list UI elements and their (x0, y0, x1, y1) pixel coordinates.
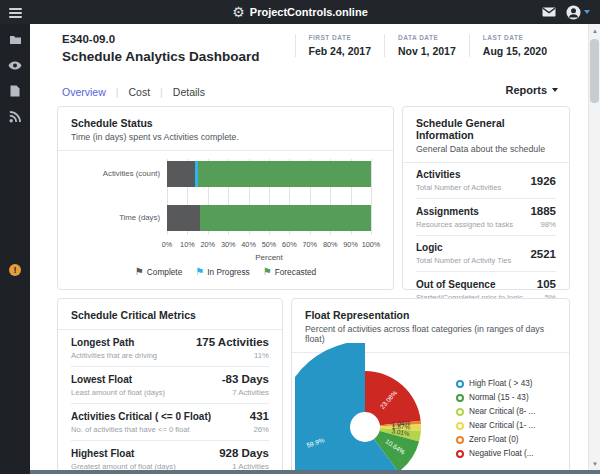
x-tick: 30% (221, 240, 236, 249)
metric-value: -83 Days (222, 373, 269, 385)
menu-icon[interactable] (9, 6, 22, 20)
metric-subvalue: 7 Activities (222, 388, 269, 397)
x-tick: 50% (262, 240, 277, 249)
metric-subvalue: 11% (196, 351, 269, 360)
last-date-label: LAST DATE (483, 34, 547, 41)
scroll-up-button[interactable]: ▲ (589, 24, 600, 37)
metric-value: 2521 (530, 248, 556, 260)
page-title: Schedule Analytics Dashboard (62, 49, 260, 64)
panel-subtitle: General Data about the schedule (416, 144, 556, 154)
metric-value: 1885 (530, 205, 556, 217)
caret-down-icon (552, 88, 558, 92)
float-legend-label: Zero Float (0) (469, 435, 519, 444)
float-legend-item[interactable]: Negative Float (... (456, 449, 535, 458)
info-row-assignments: AssignmentsResources assigned to tasks 1… (416, 199, 556, 236)
sidebar-item-folder[interactable] (0, 26, 30, 52)
flag-icon: ⚑ (195, 267, 204, 277)
metric-name: Out of Sequence (416, 279, 523, 290)
brand-name: ProjectControls.online (250, 6, 368, 18)
mail-icon[interactable] (542, 7, 556, 17)
float-representation-panel: Float Representation Percent of activiti… (291, 298, 570, 470)
stacked-bar (167, 205, 371, 231)
legend-label: In Progress (207, 267, 249, 277)
metric-row-activities-critical: Activities Critical ( <= 0 Float)No. of … (71, 404, 269, 441)
float-legend-label: Near Critical (1- ... (469, 421, 535, 430)
date-summary: FIRST DATE Feb 24, 2017 DATA DATE Nov 1,… (295, 34, 560, 57)
folder-icon (9, 34, 22, 45)
first-date: FIRST DATE Feb 24, 2017 (295, 34, 384, 57)
metric-name: Highest Float (71, 448, 176, 459)
float-legend-item[interactable]: Normal (15 - 43) (456, 393, 535, 402)
scrollbar: ▲ ▼ (588, 24, 600, 470)
sidebar-item-view[interactable] (0, 52, 30, 78)
bar-segment-forecasted (198, 161, 371, 187)
float-legend-item[interactable]: High Float ( > 43) (456, 379, 535, 388)
scroll-down-button[interactable]: ▼ (589, 457, 600, 470)
last-date: LAST DATE Aug 15, 2020 (469, 34, 560, 57)
sidebar-item-feed[interactable] (0, 104, 30, 130)
user-menu[interactable] (566, 5, 590, 20)
panel-title: Float Representation (305, 309, 556, 321)
metric-desc: Greatest amount of float (days) (71, 462, 176, 471)
tab-bar: Overview | Cost | Details (62, 86, 215, 98)
schedule-status-panel: Schedule Status Time (in days) spent vs … (57, 106, 394, 290)
legend-item[interactable]: ⚑In Progress (195, 267, 249, 277)
last-date-value: Aug 15, 2020 (483, 45, 547, 57)
donut-hole (350, 412, 380, 442)
x-tick: 70% (302, 240, 317, 249)
reports-dropdown[interactable]: Reports (505, 84, 558, 96)
metric-row-longest-path: Longest PathActitivities that are drivin… (71, 330, 269, 367)
gridline (371, 159, 372, 235)
stacked-bar (167, 161, 371, 187)
flag-icon: ⚑ (263, 267, 272, 277)
first-date-label: FIRST DATE (309, 34, 371, 41)
metric-value: 928 Days (219, 447, 269, 459)
metric-name: Longest Path (71, 337, 157, 348)
metric-row-lowest-float: Lowest FloatLeast amount of float (days)… (71, 367, 269, 404)
info-row-activities: ActivitiesTotal Number of Activities 192… (416, 163, 556, 199)
sidebar-item-reports[interactable] (0, 78, 30, 104)
bar-category-label: Time (days) (70, 213, 160, 222)
panel-title: Schedule General Information (416, 117, 556, 141)
x-axis-title: Percent (167, 253, 371, 262)
float-legend-item[interactable]: Near Critical (8- ... (456, 407, 535, 416)
reports-label: Reports (505, 84, 547, 96)
tab-details[interactable]: Details (163, 86, 215, 98)
metric-row-highest-float: Highest FloatGreatest amount of float (d… (71, 441, 269, 470)
brand: ⚙ ProjectControls.online (232, 0, 368, 24)
metric-name: Activities Critical ( <= 0 Float) (71, 411, 211, 422)
x-tick: 20% (200, 240, 215, 249)
metric-value: 431 (250, 410, 269, 422)
float-legend-label: Negative Float (... (469, 449, 534, 458)
float-legend-item[interactable]: Near Critical (1- ... (456, 421, 535, 430)
tab-overview[interactable]: Overview (62, 86, 116, 98)
data-date-value: Nov 1, 2017 (398, 45, 456, 57)
legend-ring-icon (456, 422, 464, 430)
x-tick: 80% (323, 240, 338, 249)
alert-icon[interactable]: ! (9, 264, 21, 276)
float-legend-item[interactable]: Zero Float (0) (456, 435, 535, 444)
legend-ring-icon (456, 450, 464, 458)
metric-value: 1926 (530, 175, 556, 187)
float-pie-svg[interactable]: 23.08%1.04%1.87%3.01%10.64%59.9% (295, 343, 453, 470)
app-window: ⚙ ProjectControls.online ! ▲ (0, 0, 600, 474)
info-row-logic: LogicTotal Number of Activity Ties 2521 (416, 236, 556, 272)
tab-cost[interactable]: Cost (119, 86, 161, 98)
float-legend-label: Near Critical (8- ... (469, 407, 535, 416)
legend-ring-icon (456, 436, 464, 444)
eye-icon (8, 61, 22, 70)
panel-subtitle: Percent of activities across float categ… (305, 324, 556, 344)
metric-name: Assignments (416, 206, 513, 217)
x-tick: 100% (362, 240, 381, 249)
bar-category-label: Activities (count) (70, 169, 160, 178)
metric-desc: Resources assigned to tasks (416, 220, 513, 229)
legend-item[interactable]: ⚑Forecasted (263, 267, 316, 277)
bar-segment-complete (167, 205, 200, 231)
user-icon (566, 5, 581, 20)
data-date: DATA DATE Nov 1, 2017 (384, 34, 469, 57)
legend-item[interactable]: ⚑Complete (135, 267, 182, 277)
metric-value: 175 Activities (196, 336, 269, 348)
metric-desc: Total Number of Activities (416, 183, 501, 192)
scroll-thumb[interactable] (590, 39, 599, 103)
schedule-status-chart: Activities (count)Time (days) 0%10%20%30… (71, 159, 380, 281)
